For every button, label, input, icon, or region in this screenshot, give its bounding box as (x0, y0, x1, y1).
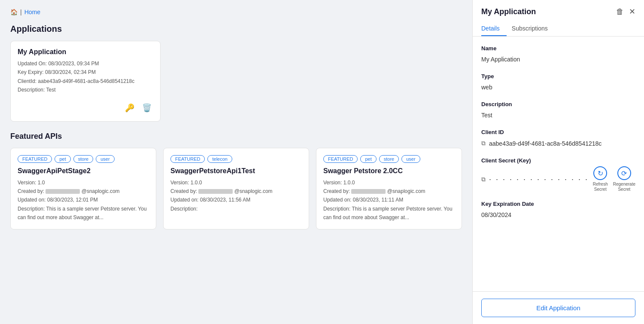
client-secret-row: ⧉ · · · · · · · · · · · · · · · ↻ Refres… (481, 166, 635, 192)
regenerate-secret-icon: ⟳ (617, 166, 631, 180)
regenerate-secret-label: RegenerateSecret (613, 182, 635, 192)
breadcrumb: 🏠 | Home (10, 9, 462, 15)
card-2-meta: Version: 1.0.0 Created by: @snaplogic.co… (170, 178, 302, 214)
tag-user-1: user (96, 155, 114, 163)
key-expiration-value: 08/30/2024 (481, 210, 635, 220)
card-1-meta: Version: 1.0 Created by: @snaplogic.com … (18, 178, 149, 222)
panel-body: Name My Application Type web Description… (473, 37, 644, 291)
description-value: Test (481, 110, 635, 120)
applications-title: Applications (10, 24, 462, 34)
home-link[interactable]: Home (24, 9, 40, 15)
home-icon: 🏠 (10, 9, 18, 15)
application-card: My Application Updated On: 08/30/2023, 0… (10, 41, 161, 122)
app-key-expiry: Key Expiry: 08/30/2024, 02:34 PM (18, 68, 153, 76)
card-2-updated-on: Updated on: 08/30/2023, 11:56 AM (170, 196, 302, 204)
name-label: Name (481, 45, 635, 52)
description-label: Description (481, 101, 635, 107)
client-id-value: aabe43a9-d49f-4681-ac8a-546d8541218c (489, 140, 601, 147)
tag-featured-3: FEATURED (323, 155, 358, 163)
key-expiration-section: Key Expiration Date 08/30/2024 (481, 201, 635, 220)
card-2-title: SwaggerPetstoreApi1Test (170, 167, 302, 175)
card-3-email-redacted (351, 189, 386, 194)
featured-card-3: FEATURED pet store user Swagger Petstore… (316, 148, 462, 229)
right-panel: My Application 🗑 ✕ Details Subscriptions… (472, 0, 644, 324)
card-1-description: Description: This is a sample server Pet… (18, 205, 149, 222)
tag-telecon-2: telecon (207, 155, 232, 163)
card-2-created-by: Created by: @snaplogic.com (170, 187, 302, 196)
card-2-version: Version: 1.0.0 (170, 178, 302, 187)
key-expiration-label: Key Expiration Date (481, 201, 635, 207)
tag-pet-3: pet (360, 155, 376, 163)
panel-header: My Application 🗑 ✕ (473, 0, 644, 16)
card-1-email-redacted (46, 189, 80, 194)
card-3-description: Description: This is a sample server Pet… (323, 205, 455, 222)
featured-api-grid: FEATURED pet store user SwaggerApiPetSta… (10, 148, 462, 229)
tag-featured-2: FEATURED (170, 155, 205, 163)
app-updated-on: Updated On: 08/30/2023, 09:34 PM (18, 59, 153, 68)
card-3-created-by: Created by: @snaplogic.com (323, 187, 455, 196)
card-1-title: SwaggerApiPetStage2 (18, 167, 149, 175)
tag-pet-1: pet (55, 155, 70, 163)
card-3-version: Version: 1.0.0 (323, 178, 455, 187)
refresh-secret-icon: ↻ (593, 166, 607, 180)
app-description: Description: Test (18, 86, 153, 94)
panel-close-button[interactable]: ✕ (629, 7, 635, 16)
app-delete-button[interactable]: 🗑️ (140, 101, 153, 114)
tag-featured-1: FEATURED (18, 155, 52, 163)
type-value: web (481, 82, 635, 92)
client-id-section: Client ID ⧉ aabe43a9-d49f-4681-ac8a-546d… (481, 129, 635, 149)
tab-details[interactable]: Details (481, 21, 507, 36)
secret-actions: ↻ RefreshSecret ⟳ RegenerateSecret (593, 166, 635, 192)
tag-store-3: store (379, 155, 399, 163)
tag-store-1: store (73, 155, 93, 163)
app-key-icon-button[interactable]: 🔑 (123, 101, 136, 114)
client-id-value-row: ⧉ aabe43a9-d49f-4681-ac8a-546d8541218c (481, 138, 635, 149)
client-secret-label: Client Secret (Key) (481, 157, 635, 164)
panel-trash-button[interactable]: 🗑 (616, 7, 624, 16)
card-1-tags: FEATURED pet store user (18, 155, 149, 163)
panel-header-actions: 🗑 ✕ (616, 7, 635, 16)
type-label: Type (481, 73, 635, 79)
card-1-created-by: Created by: @snaplogic.com (18, 187, 149, 196)
card-2-email-redacted (198, 189, 233, 194)
client-id-copy-icon[interactable]: ⧉ (481, 140, 486, 147)
description-section: Description Test (481, 101, 635, 120)
client-secret-copy-icon[interactable]: ⧉ (481, 176, 486, 183)
card-3-title: Swagger Petstore 2.0CC (323, 167, 455, 175)
regenerate-secret-button[interactable]: ⟳ RegenerateSecret (613, 166, 635, 192)
card-3-updated-on: Updated on: 08/30/2023, 11:11 AM (323, 196, 455, 204)
panel-footer: Edit Application (473, 291, 644, 324)
app-card-actions: 🔑 🗑️ (18, 101, 153, 114)
panel-tabs: Details Subscriptions (473, 21, 644, 37)
refresh-secret-button[interactable]: ↻ RefreshSecret (593, 166, 608, 192)
breadcrumb-separator: | (20, 9, 22, 15)
card-1-updated-on: Updated on: 08/30/2023, 12:01 PM (18, 196, 149, 204)
app-card-title: My Application (18, 48, 153, 56)
type-section: Type web (481, 73, 635, 92)
name-section: Name My Application (481, 45, 635, 64)
tab-subscriptions[interactable]: Subscriptions (512, 21, 555, 36)
client-id-label: Client ID (481, 129, 635, 135)
card-3-tags: FEATURED pet store user (323, 155, 455, 163)
panel-title: My Application (481, 7, 536, 16)
card-3-meta: Version: 1.0.0 Created by: @snaplogic.co… (323, 178, 455, 222)
app-card-meta: Updated On: 08/30/2023, 09:34 PM Key Exp… (18, 59, 153, 95)
card-2-description: Description: (170, 205, 302, 213)
name-value: My Application (481, 54, 635, 64)
app-client-id: ClientId: aabe43a9-d49f-4681-ac8a-546d85… (18, 77, 153, 86)
client-secret-section: Client Secret (Key) ⧉ · · · · · · · · · … (481, 157, 635, 192)
refresh-secret-label: RefreshSecret (593, 182, 608, 192)
featured-card-1: FEATURED pet store user SwaggerApiPetSta… (10, 148, 156, 229)
featured-apis-title: Featured APIs (10, 132, 462, 141)
edit-application-button[interactable]: Edit Application (481, 299, 635, 317)
card-1-version: Version: 1.0 (18, 178, 149, 187)
featured-card-2: FEATURED telecon SwaggerPetstoreApi1Test… (163, 148, 309, 229)
card-2-tags: FEATURED telecon (170, 155, 302, 163)
tag-user-3: user (401, 155, 420, 163)
client-secret-dots: · · · · · · · · · · · · · · · (489, 175, 589, 184)
